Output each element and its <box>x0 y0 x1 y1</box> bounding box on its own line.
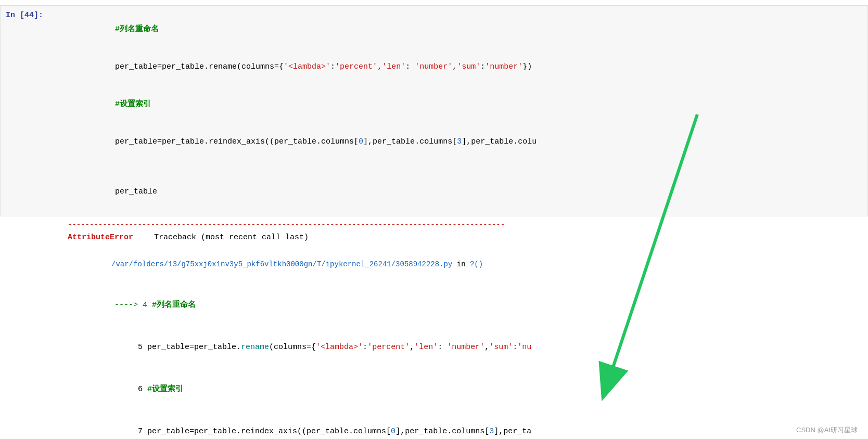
error-code-7: 7 per_table=per_table.reindex_axis((per_… <box>68 410 863 439</box>
code-line-4: per_table=per_table.reindex_axis((per_ta… <box>68 123 857 161</box>
code-content: #列名重命名 per_table=per_table.rename(column… <box>68 11 862 211</box>
traceback-label: Traceback (most recent call last) <box>154 233 309 242</box>
code-cell: In [44]: #列名重命名 per_table=per_table.rena… <box>0 5 868 216</box>
in-label: In [44]: <box>6 11 43 20</box>
error-code-6: 6 #设置索引 <box>68 368 863 410</box>
error-type-label: AttributeError <box>68 230 133 244</box>
error-title-row: AttributeError Traceback (most recent ca… <box>68 230 863 244</box>
cell-prompt: In [44]: <box>6 11 43 20</box>
error-header-area: AttributeError Traceback (most recent ca… <box>0 230 868 439</box>
code-line-2: per_table=per_table.rename(columns={'<la… <box>68 48 857 86</box>
code-line-1: #列名重命名 <box>68 11 857 48</box>
code-text-2: per_table=per_table.rename(columns={'<la… <box>115 62 532 71</box>
code-line-blank <box>68 161 857 173</box>
code-text-5: per_table <box>115 187 157 196</box>
main-container: In [44]: #列名重命名 per_table=per_table.rena… <box>0 0 868 439</box>
error-code-5: 5 per_table=per_table.rename(columns={'<… <box>68 326 863 368</box>
code-line-5: per_table <box>68 173 857 211</box>
watermark: CSDN @AI研习星球 <box>796 425 858 435</box>
filepath-1: /var/folders/13/g75xxj0x1nv3y5_pkf6vltkh… <box>68 244 863 284</box>
code-cell-wrapper: In [44]: #列名重命名 per_table=per_table.rena… <box>0 5 868 439</box>
error-divider-wrapper: ----------------------------------------… <box>0 216 868 230</box>
comment-3: #设置索引 <box>115 100 151 109</box>
error-divider: ----------------------------------------… <box>68 219 863 230</box>
arrow-line-1: ----> 4 #列名重命名 <box>68 284 863 326</box>
output-area: ----------------------------------------… <box>0 216 868 439</box>
code-text-4: per_table=per_table.reindex_axis((per_ta… <box>115 137 537 146</box>
code-line-3: #设置索引 <box>68 86 857 123</box>
comment-1: #列名重命名 <box>115 25 159 34</box>
